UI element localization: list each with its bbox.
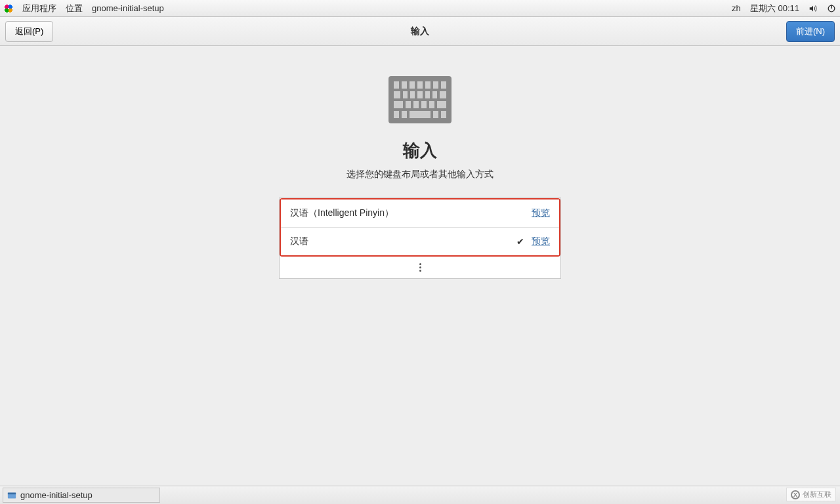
preview-link[interactable]: 预览 [532,236,550,247]
header-bar: 返回(P) 输入 前进(N) [0,17,840,46]
input-source-name: 汉语（Intelligent Pinyin） [290,207,509,219]
main-content: 输入 选择您的键盘布局或者其他输入方式 汉语（Intelligent Pinyi… [0,46,840,486]
selected-check-icon: ✔ [516,236,525,247]
preview-link[interactable]: 预览 [532,207,550,219]
power-icon[interactable] [827,4,836,13]
input-method-indicator[interactable]: zh [732,3,741,13]
keyboard-icon [388,76,452,123]
watermark: X 创新互联 [786,488,836,501]
show-more-button[interactable] [280,257,560,278]
applications-icon [4,4,13,13]
bottom-panel: gnome-initial-setup [0,486,840,504]
page-subtitle: 选择您的键盘布局或者其他输入方式 [346,169,494,180]
taskbar-item-label: gnome-initial-setup [20,490,93,500]
more-icon [419,263,421,272]
watermark-logo-icon: X [791,490,800,499]
annotation-highlight: 汉语（Intelligent Pinyin） 预览 汉语 ✔ 预览 [280,198,560,257]
watermark-text: 创新互联 [803,490,831,499]
volume-icon[interactable] [808,4,818,13]
header-title: 输入 [0,26,840,37]
input-source-row[interactable]: 汉语 ✔ 预览 [281,228,559,255]
input-source-row[interactable]: 汉语（Intelligent Pinyin） 预览 [281,200,559,228]
clock[interactable]: 星期六 00:11 [750,3,799,14]
svg-rect-3 [8,492,16,494]
top-panel: 应用程序 位置 gnome-initial-setup zh 星期六 00:11 [0,0,840,17]
page-title: 输入 [403,139,437,162]
menu-applications[interactable]: 应用程序 [22,3,56,14]
taskbar-item-gnome-initial-setup[interactable]: gnome-initial-setup [3,488,160,503]
next-button[interactable]: 前进(N) [786,21,835,42]
task-app-icon [7,491,16,500]
back-button[interactable]: 返回(P) [5,21,53,42]
menu-places[interactable]: 位置 [66,3,83,14]
input-source-list: 汉语（Intelligent Pinyin） 预览 汉语 ✔ 预览 [279,198,561,279]
current-app-name[interactable]: gnome-initial-setup [92,3,164,13]
input-source-name: 汉语 [290,236,509,247]
